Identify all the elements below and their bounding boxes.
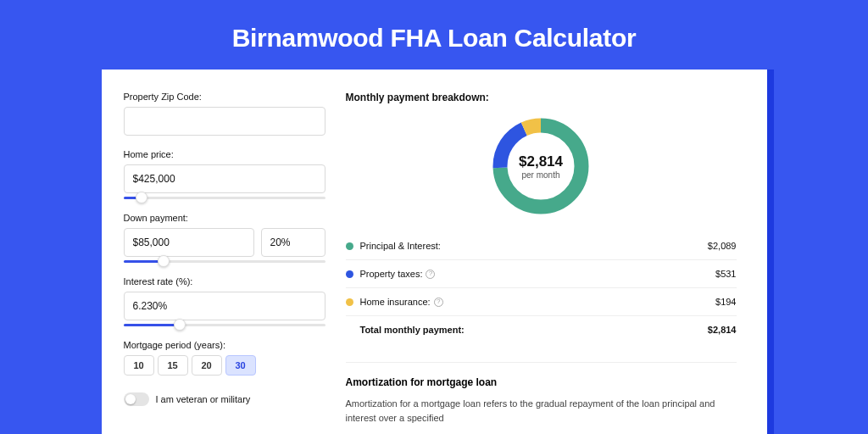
veteran-toggle[interactable] <box>124 392 149 406</box>
amortization-section: Amortization for mortgage loan Amortizat… <box>346 362 737 425</box>
info-icon[interactable]: ? <box>426 270 435 279</box>
down-amount-input[interactable] <box>124 228 254 257</box>
legend-row: Home insurance:?$194 <box>346 287 737 315</box>
down-label: Down payment: <box>124 213 326 223</box>
legend-dot-icon <box>346 270 353 278</box>
legend-value: $194 <box>715 297 736 307</box>
rate-label: Interest rate (%): <box>124 276 326 287</box>
down-slider[interactable] <box>124 256 326 266</box>
legend-value: $2,089 <box>708 241 737 251</box>
page-title: Birnamwood FHA Loan Calculator <box>0 0 868 70</box>
period-buttons: 10152030 <box>124 355 326 376</box>
legend: Principal & Interest:$2,089Property taxe… <box>346 232 737 343</box>
zip-label: Property Zip Code: <box>124 92 326 102</box>
legend-row: Principal & Interest:$2,089 <box>346 232 737 259</box>
legend-value: $531 <box>715 269 736 279</box>
legend-label: Home insurance:? <box>360 297 716 307</box>
period-label: Mortgage period (years): <box>124 340 326 350</box>
form-column: Property Zip Code: Home price: Down paym… <box>124 92 326 434</box>
donut-amount: $2,814 <box>519 153 563 170</box>
total-value: $2,814 <box>708 325 737 335</box>
breakdown-column: Monthly payment breakdown: $2,814 per mo… <box>346 92 737 434</box>
period-button-10[interactable]: 10 <box>124 355 154 376</box>
rate-input[interactable] <box>124 292 326 320</box>
donut-sub: per month <box>521 170 559 180</box>
legend-dot-icon <box>346 242 353 250</box>
breakdown-title: Monthly payment breakdown: <box>346 92 737 103</box>
total-label: Total monthly payment: <box>360 325 708 335</box>
price-label: Home price: <box>124 149 326 159</box>
veteran-label: I am veteran or military <box>156 394 251 404</box>
down-percent-input[interactable] <box>261 228 326 257</box>
legend-label: Property taxes:? <box>360 269 716 279</box>
legend-total-row: Total monthly payment:$2,814 <box>346 315 737 343</box>
period-button-30[interactable]: 30 <box>225 355 256 376</box>
payment-donut-chart: $2,814 per month <box>490 115 592 217</box>
period-button-20[interactable]: 20 <box>192 355 222 376</box>
legend-row: Property taxes:?$531 <box>346 259 737 287</box>
rate-slider[interactable] <box>124 320 326 330</box>
legend-dot-icon <box>346 298 353 306</box>
legend-label: Principal & Interest: <box>360 241 708 251</box>
price-slider[interactable] <box>124 192 326 203</box>
amortization-title: Amortization for mortgage loan <box>346 376 737 388</box>
period-button-15[interactable]: 15 <box>158 355 188 376</box>
info-icon[interactable]: ? <box>434 298 443 307</box>
zip-input[interactable] <box>124 107 326 136</box>
amortization-text: Amortization for a mortgage loan refers … <box>346 397 737 425</box>
calculator-card: Property Zip Code: Home price: Down paym… <box>102 70 767 434</box>
price-input[interactable] <box>124 164 326 193</box>
